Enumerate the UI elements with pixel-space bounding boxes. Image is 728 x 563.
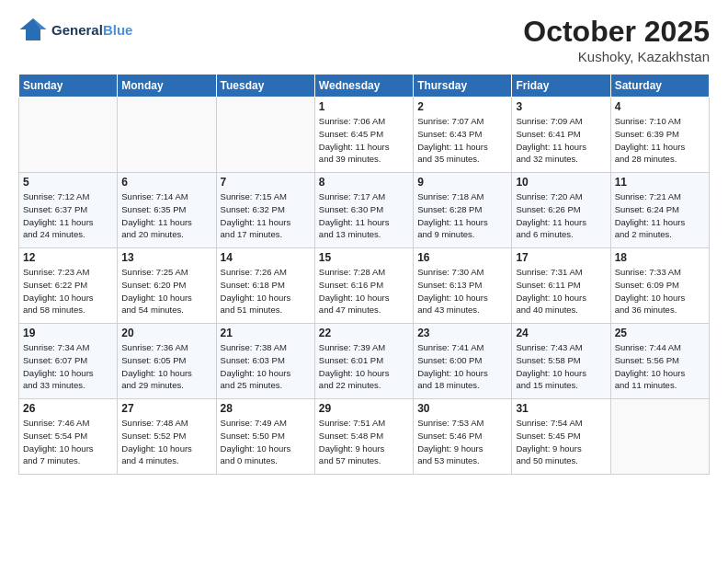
calendar-page: GeneralBlue October 2025 Kushoky, Kazakh… [0, 0, 728, 563]
day-info: Sunrise: 7:44 AM Sunset: 5:56 PM Dayligh… [615, 341, 705, 392]
weekday-header: Thursday [414, 75, 512, 98]
calendar-cell [19, 98, 118, 173]
calendar-week-row: 12Sunrise: 7:23 AM Sunset: 6:22 PM Dayli… [19, 248, 710, 324]
day-info: Sunrise: 7:41 AM Sunset: 6:00 PM Dayligh… [417, 341, 507, 392]
day-info: Sunrise: 7:30 AM Sunset: 6:13 PM Dayligh… [417, 266, 507, 316]
day-number: 15 [319, 251, 409, 264]
day-number: 20 [121, 327, 211, 339]
weekday-header: Tuesday [216, 75, 314, 98]
day-number: 26 [23, 402, 113, 415]
calendar-cell: 4Sunrise: 7:10 AM Sunset: 6:39 PM Daylig… [610, 98, 709, 173]
day-number: 14 [221, 251, 311, 264]
day-info: Sunrise: 7:33 AM Sunset: 6:09 PM Dayligh… [615, 266, 705, 316]
calendar-cell: 3Sunrise: 7:09 AM Sunset: 6:41 PM Daylig… [512, 98, 610, 173]
calendar-week-row: 1Sunrise: 7:06 AM Sunset: 6:45 PM Daylig… [19, 98, 710, 173]
day-info: Sunrise: 7:39 AM Sunset: 6:01 PM Dayligh… [319, 341, 409, 392]
day-info: Sunrise: 7:49 AM Sunset: 5:50 PM Dayligh… [221, 417, 311, 467]
day-number: 6 [121, 176, 211, 189]
day-info: Sunrise: 7:34 AM Sunset: 6:07 PM Dayligh… [23, 341, 113, 392]
day-number: 30 [417, 402, 507, 415]
title-block: October 2025 Kushoky, Kazakhstan [523, 15, 710, 64]
calendar-cell: 8Sunrise: 7:17 AM Sunset: 6:30 PM Daylig… [314, 173, 413, 248]
calendar-cell: 5Sunrise: 7:12 AM Sunset: 6:37 PM Daylig… [19, 173, 118, 248]
logo: GeneralBlue [18, 15, 132, 44]
calendar-cell [216, 98, 314, 173]
day-number: 9 [417, 176, 507, 189]
calendar-cell: 27Sunrise: 7:48 AM Sunset: 5:52 PM Dayli… [118, 399, 216, 475]
day-number: 22 [319, 327, 409, 339]
header: GeneralBlue October 2025 Kushoky, Kazakh… [18, 15, 710, 64]
calendar-cell: 19Sunrise: 7:34 AM Sunset: 6:07 PM Dayli… [19, 324, 118, 399]
day-number: 17 [516, 251, 606, 264]
day-info: Sunrise: 7:09 AM Sunset: 6:41 PM Dayligh… [516, 115, 606, 166]
weekday-header: Friday [512, 75, 610, 98]
day-info: Sunrise: 7:07 AM Sunset: 6:43 PM Dayligh… [417, 115, 507, 166]
calendar-week-row: 26Sunrise: 7:46 AM Sunset: 5:54 PM Dayli… [19, 399, 710, 475]
day-info: Sunrise: 7:46 AM Sunset: 5:54 PM Dayligh… [23, 417, 113, 467]
day-number: 24 [516, 327, 606, 339]
calendar-cell: 18Sunrise: 7:33 AM Sunset: 6:09 PM Dayli… [610, 248, 709, 324]
calendar-cell: 1Sunrise: 7:06 AM Sunset: 6:45 PM Daylig… [314, 98, 413, 173]
day-number: 28 [221, 402, 311, 415]
weekday-header-row: SundayMondayTuesdayWednesdayThursdayFrid… [19, 75, 710, 98]
calendar-cell: 17Sunrise: 7:31 AM Sunset: 6:11 PM Dayli… [512, 248, 610, 324]
calendar-cell: 11Sunrise: 7:21 AM Sunset: 6:24 PM Dayli… [610, 173, 709, 248]
calendar-cell: 20Sunrise: 7:36 AM Sunset: 6:05 PM Dayli… [118, 324, 216, 399]
day-info: Sunrise: 7:54 AM Sunset: 5:45 PM Dayligh… [516, 417, 606, 467]
calendar-cell: 29Sunrise: 7:51 AM Sunset: 5:48 PM Dayli… [314, 399, 413, 475]
day-number: 4 [615, 100, 705, 113]
calendar-cell: 2Sunrise: 7:07 AM Sunset: 6:43 PM Daylig… [414, 98, 512, 173]
day-number: 11 [615, 176, 705, 189]
day-info: Sunrise: 7:12 AM Sunset: 6:37 PM Dayligh… [23, 190, 113, 241]
day-info: Sunrise: 7:17 AM Sunset: 6:30 PM Dayligh… [319, 190, 409, 241]
day-number: 19 [23, 327, 113, 339]
day-info: Sunrise: 7:20 AM Sunset: 6:26 PM Dayligh… [516, 190, 606, 241]
calendar-week-row: 5Sunrise: 7:12 AM Sunset: 6:37 PM Daylig… [19, 173, 710, 248]
day-info: Sunrise: 7:21 AM Sunset: 6:24 PM Dayligh… [615, 190, 705, 241]
day-info: Sunrise: 7:53 AM Sunset: 5:46 PM Dayligh… [417, 417, 507, 467]
calendar-cell: 15Sunrise: 7:28 AM Sunset: 6:16 PM Dayli… [314, 248, 413, 324]
day-info: Sunrise: 7:31 AM Sunset: 6:11 PM Dayligh… [516, 266, 606, 316]
day-number: 18 [615, 251, 705, 264]
calendar-cell: 31Sunrise: 7:54 AM Sunset: 5:45 PM Dayli… [512, 399, 610, 475]
day-number: 25 [615, 327, 705, 339]
calendar-cell: 12Sunrise: 7:23 AM Sunset: 6:22 PM Dayli… [19, 248, 118, 324]
month-title: October 2025 [523, 15, 710, 49]
day-number: 10 [516, 176, 606, 189]
day-number: 21 [221, 327, 311, 339]
day-number: 12 [23, 251, 113, 264]
calendar-cell: 9Sunrise: 7:18 AM Sunset: 6:28 PM Daylig… [414, 173, 512, 248]
day-info: Sunrise: 7:51 AM Sunset: 5:48 PM Dayligh… [319, 417, 409, 467]
logo-icon [18, 15, 48, 44]
calendar-table: SundayMondayTuesdayWednesdayThursdayFrid… [18, 74, 710, 475]
day-info: Sunrise: 7:15 AM Sunset: 6:32 PM Dayligh… [221, 190, 311, 241]
calendar-cell: 28Sunrise: 7:49 AM Sunset: 5:50 PM Dayli… [216, 399, 314, 475]
day-number: 2 [417, 100, 507, 113]
calendar-cell: 23Sunrise: 7:41 AM Sunset: 6:00 PM Dayli… [414, 324, 512, 399]
day-info: Sunrise: 7:43 AM Sunset: 5:58 PM Dayligh… [516, 341, 606, 392]
weekday-header: Sunday [19, 75, 118, 98]
day-info: Sunrise: 7:25 AM Sunset: 6:20 PM Dayligh… [121, 266, 211, 316]
logo-text: GeneralBlue [51, 22, 132, 38]
day-number: 5 [23, 176, 113, 189]
calendar-cell [610, 399, 709, 475]
location: Kushoky, Kazakhstan [523, 49, 710, 64]
calendar-week-row: 19Sunrise: 7:34 AM Sunset: 6:07 PM Dayli… [19, 324, 710, 399]
day-info: Sunrise: 7:10 AM Sunset: 6:39 PM Dayligh… [615, 115, 705, 166]
calendar-cell: 10Sunrise: 7:20 AM Sunset: 6:26 PM Dayli… [512, 173, 610, 248]
calendar-cell: 14Sunrise: 7:26 AM Sunset: 6:18 PM Dayli… [216, 248, 314, 324]
weekday-header: Monday [118, 75, 216, 98]
day-info: Sunrise: 7:36 AM Sunset: 6:05 PM Dayligh… [121, 341, 211, 392]
calendar-cell: 6Sunrise: 7:14 AM Sunset: 6:35 PM Daylig… [118, 173, 216, 248]
calendar-cell: 7Sunrise: 7:15 AM Sunset: 6:32 PM Daylig… [216, 173, 314, 248]
calendar-cell: 13Sunrise: 7:25 AM Sunset: 6:20 PM Dayli… [118, 248, 216, 324]
day-number: 1 [319, 100, 409, 113]
calendar-cell: 30Sunrise: 7:53 AM Sunset: 5:46 PM Dayli… [414, 399, 512, 475]
day-info: Sunrise: 7:48 AM Sunset: 5:52 PM Dayligh… [121, 417, 211, 467]
day-info: Sunrise: 7:06 AM Sunset: 6:45 PM Dayligh… [319, 115, 409, 166]
day-number: 7 [221, 176, 311, 189]
calendar-cell: 16Sunrise: 7:30 AM Sunset: 6:13 PM Dayli… [414, 248, 512, 324]
calendar-cell: 26Sunrise: 7:46 AM Sunset: 5:54 PM Dayli… [19, 399, 118, 475]
day-number: 31 [516, 402, 606, 415]
day-number: 13 [121, 251, 211, 264]
